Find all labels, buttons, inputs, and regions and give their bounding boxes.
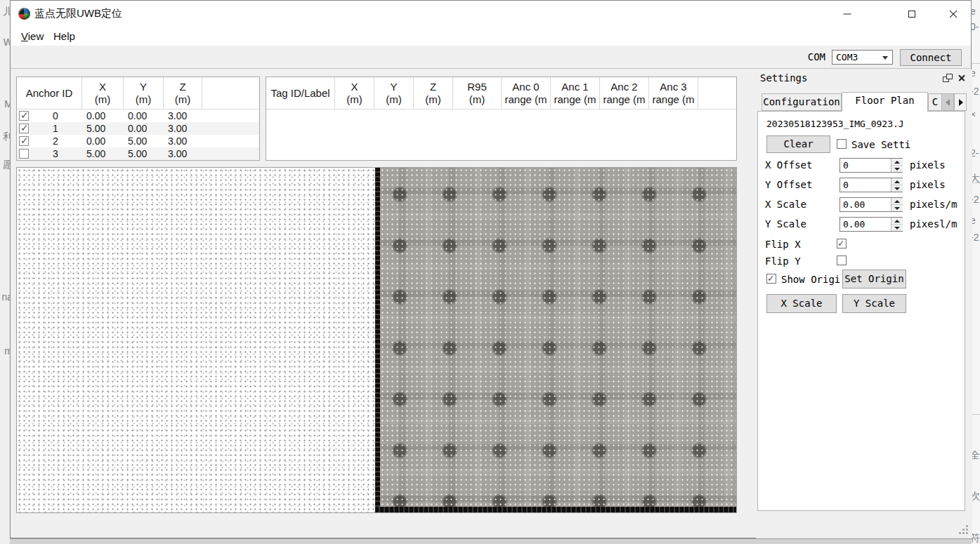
table-row[interactable]: 1 5.00 0.00 3.00 [17, 122, 259, 135]
chevron-left-icon [946, 99, 950, 106]
floor-plan-bottom-border [375, 507, 736, 512]
bg-text-fragment: m [4, 345, 10, 357]
menu-view[interactable]: View [16, 29, 48, 44]
bg-text-fragment: e [972, 6, 976, 17]
set-origin-button[interactable]: Set Origin [842, 270, 906, 288]
anchor-table-header: Anchor ID X(m) Y(m) Z(m) [17, 77, 259, 110]
settings-panel: Settings Configuration Floor Plan C 2023… [756, 69, 972, 538]
bg-text-fragment: M [4, 98, 10, 110]
toolbar: COM COM3 Connect [11, 46, 971, 69]
y-scale-input[interactable] [840, 218, 891, 231]
background-left-strip: 儿 W M 利 愿 na m [0, 0, 10, 544]
tab-configuration[interactable]: Configuration [762, 93, 842, 111]
x-scale-spinbox[interactable] [839, 197, 903, 212]
floor-plan-tab-page: 20230518123953_IMG_0923.J Clear Save Set… [757, 111, 965, 511]
taskbar-strip [10, 538, 972, 544]
bg-text-fragment: 0- [972, 21, 979, 32]
y-scale-button[interactable]: Y Scale [842, 294, 906, 313]
spin-down-button[interactable] [891, 205, 903, 212]
bg-text-fragment: 利 [3, 131, 10, 143]
x-offset-unit: pixels [910, 159, 946, 171]
bg-text-fragment: -2 [972, 86, 979, 97]
tag-table: Tag ID/Label X(m) Y(m) Z(m) R95(m) Anc 0… [266, 77, 737, 161]
table-row[interactable]: 0 0.00 0.00 3.00 [17, 110, 259, 122]
spin-up-button[interactable] [891, 198, 903, 205]
table-row[interactable]: 3 5.00 5.00 3.00 [17, 147, 259, 160]
x-scale-label: X Scale [765, 199, 806, 210]
settings-panel-title: Settings [760, 72, 807, 84]
clear-button[interactable]: Clear [766, 135, 830, 153]
com-port-value: COM3 [836, 52, 858, 62]
app-icon [18, 8, 30, 20]
anchor-table: Anchor ID X(m) Y(m) Z(m) 0 0.00 0.00 3.0… [16, 77, 260, 161]
save-settings-checkbox[interactable] [837, 139, 847, 149]
maximize-icon [908, 11, 915, 18]
minimize-button[interactable] [831, 1, 863, 27]
x-offset-input[interactable] [840, 159, 891, 172]
y-scale-label: Y Scale [765, 218, 806, 230]
tag-table-header: Tag ID/Label X(m) Y(m) Z(m) R95(m) Anc 0… [266, 77, 736, 110]
table-row[interactable]: 2 0.00 5.00 3.00 [17, 135, 259, 147]
anchor-enabled-checkbox[interactable] [19, 124, 29, 133]
anchor-enabled-checkbox[interactable] [19, 136, 29, 146]
dock-float-button[interactable] [943, 74, 953, 82]
bg-text-fragment: 愿 [3, 159, 10, 171]
com-port-select[interactable]: COM3 [832, 50, 893, 65]
bg-text-fragment: W [4, 37, 10, 48]
bg-text-fragment: 符 [972, 532, 980, 544]
menu-help[interactable]: Help [48, 29, 80, 44]
bg-text-fragment: -2 [972, 194, 979, 205]
tab-scroll-left-button[interactable] [941, 93, 954, 111]
x-scale-input[interactable] [840, 198, 891, 211]
anchor-enabled-checkbox[interactable] [19, 149, 29, 159]
title-bar[interactable]: 蓝点无限UWB定位 [11, 1, 971, 27]
dock-close-button[interactable] [957, 74, 967, 82]
x-offset-spinbox[interactable] [839, 158, 903, 173]
close-button[interactable] [937, 1, 969, 27]
connect-button[interactable]: Connect [900, 49, 962, 66]
spin-up-button[interactable] [891, 178, 903, 185]
chevron-right-icon [959, 99, 963, 106]
anchor-enabled-checkbox[interactable] [19, 111, 29, 121]
desktop: 儿 W M 利 愿 na m e 0- e -2 × 2- 大 -2 e -2 … [0, 0, 980, 544]
show-origin-label: Show Origi [781, 274, 840, 285]
floor-plan-image [375, 168, 736, 512]
menu-bar: View Help [11, 27, 971, 46]
bg-text-fragment: -2 [972, 232, 979, 243]
app-window: 蓝点无限UWB定位 View Help COM COM3 Connect Anc… [10, 0, 972, 538]
spin-down-button[interactable] [891, 225, 903, 232]
positioning-canvas[interactable] [16, 167, 737, 513]
x-scale-unit: pixels/m [910, 199, 957, 210]
y-scale-unit: pixesl/m [910, 218, 957, 230]
bg-text-fragment: 次 [972, 490, 980, 503]
flip-y-checkbox[interactable] [837, 256, 847, 265]
save-settings-label: Save Setti [851, 139, 910, 150]
spin-up-button[interactable] [891, 218, 903, 225]
resize-grip[interactable] [959, 525, 968, 534]
flip-x-checkbox[interactable] [837, 239, 847, 248]
bg-text-fragment: 2- [972, 147, 979, 159]
tab-scroll-right-button[interactable] [954, 93, 967, 111]
y-offset-spinbox[interactable] [839, 178, 903, 192]
x-offset-label: X Offset [765, 159, 812, 171]
bg-text-fragment: na [1, 291, 10, 303]
x-scale-button[interactable]: X Scale [766, 294, 837, 313]
y-scale-spinbox[interactable] [839, 217, 903, 232]
spin-down-button[interactable] [891, 166, 903, 173]
com-port-label: COM [808, 51, 825, 62]
y-offset-label: Y Offset [765, 179, 812, 190]
maximize-button[interactable] [896, 1, 928, 27]
tab-truncated[interactable]: C [928, 93, 942, 111]
spin-up-button[interactable] [891, 159, 903, 166]
tab-floor-plan[interactable]: Floor Plan [842, 92, 928, 112]
spin-down-button[interactable] [891, 185, 903, 192]
y-offset-input[interactable] [840, 178, 891, 192]
show-origin-checkbox[interactable] [766, 274, 776, 284]
chevron-down-icon [882, 56, 888, 60]
floor-plan-left-border [375, 168, 380, 512]
background-right-strip: e 0- e -2 × 2- 大 -2 e -2 全 次 符 [972, 0, 980, 544]
flip-x-label: Flip X [765, 239, 801, 250]
flip-y-label: Flip Y [765, 256, 801, 267]
bg-text-fragment: 大 [972, 173, 980, 185]
main-area: Anchor ID X(m) Y(m) Z(m) 0 0.00 0.00 3.0… [11, 69, 971, 538]
